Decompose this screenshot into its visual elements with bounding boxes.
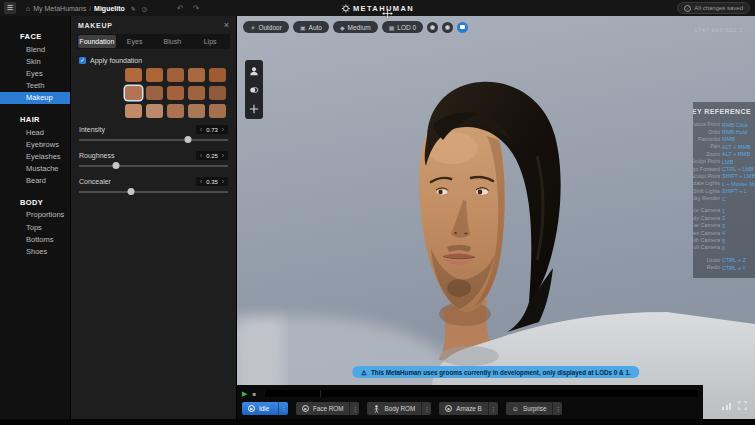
kebab-menu-icon[interactable]: ⋮ — [422, 402, 431, 415]
environment-button[interactable]: ☀ Outdoor — [243, 21, 289, 33]
kebab-menu-icon[interactable]: ⋮ — [489, 402, 498, 415]
warning-icon: ⚠ — [361, 369, 367, 376]
quality-button[interactable]: ◆ Medium — [333, 21, 378, 33]
sidebar-item-eyes[interactable]: Eyes — [0, 67, 70, 79]
save-status-text: All changes saved — [694, 5, 743, 11]
kebab-menu-icon[interactable]: ⋮ — [553, 402, 562, 415]
animation-button-surprise[interactable]: ☺Surprise ⋮ — [506, 402, 563, 415]
animation-button-amaze-b[interactable]: ▶Amaze B ⋮ — [439, 402, 498, 415]
redo-button[interactable]: ↷ — [193, 4, 200, 13]
shortcut-row: Rotate LightsL + Mouse Move — [693, 180, 753, 187]
step-up-button[interactable]: › — [222, 178, 224, 185]
concealer-stepper: ‹ 0.35 › — [196, 177, 228, 186]
capture-button[interactable] — [457, 22, 468, 33]
close-icon[interactable]: × — [224, 21, 229, 29]
sidebar-item-makeup[interactable]: Makeup — [0, 92, 70, 104]
sidebar-item-eyelashes[interactable]: Eyelashes — [0, 150, 70, 162]
foundation-swatch[interactable] — [167, 68, 184, 82]
foundation-swatch[interactable] — [209, 86, 226, 100]
sidebar-item-shoes[interactable]: Shoes — [0, 245, 70, 257]
foundation-swatch[interactable] — [167, 104, 184, 118]
foundation-swatch[interactable] — [125, 68, 142, 82]
sidebar-item-head[interactable]: Head — [0, 126, 70, 138]
stop-button[interactable]: ■ — [252, 391, 256, 397]
foundation-swatch[interactable] — [188, 68, 205, 82]
kebab-menu-icon[interactable]: ⋮ — [350, 402, 359, 415]
viewport-option-button-1[interactable] — [427, 22, 438, 33]
tab-foundation[interactable]: Foundation — [78, 35, 116, 48]
home-icon[interactable]: ⌂ — [26, 5, 30, 12]
camera-mode-button[interactable]: ▣ Auto — [293, 21, 329, 33]
shortcut-row: Sculpt PointSHIFT + LMB — [693, 173, 753, 180]
sidebar-item-bottoms[interactable]: Bottoms — [0, 233, 70, 245]
play-circle-icon: ▶ — [302, 405, 309, 412]
sidebar-item-tops[interactable]: Tops — [0, 221, 70, 233]
sidebar-item-teeth[interactable]: Teeth — [0, 80, 70, 92]
tab-lips[interactable]: Lips — [191, 35, 229, 48]
foundation-swatch-selected[interactable] — [125, 86, 142, 100]
breadcrumb: ⌂ My MetaHumans / Miguelito ✎ ◷ — [26, 5, 147, 12]
roughness-value[interactable]: 0.25 — [206, 153, 218, 159]
foundation-swatch[interactable] — [188, 86, 205, 100]
sidebar-item-blend[interactable]: Blend — [0, 43, 70, 55]
viewport-option-button-2[interactable] — [442, 22, 453, 33]
step-down-button[interactable]: ‹ — [200, 126, 202, 133]
animation-button-face-rom[interactable]: ▶Face ROM ⋮ — [296, 402, 359, 415]
foundation-swatch[interactable] — [146, 86, 163, 100]
step-up-button[interactable]: › — [222, 126, 224, 133]
tab-eyes[interactable]: Eyes — [116, 35, 154, 48]
foundation-swatch[interactable] — [146, 104, 163, 118]
intensity-value[interactable]: 0.73 — [206, 127, 218, 133]
logo-text: METAHUMAN — [353, 4, 414, 13]
intensity-thumb[interactable] — [184, 136, 191, 143]
connection-quality-icon — [722, 403, 731, 410]
foundation-swatch[interactable] — [209, 104, 226, 118]
sidebar-item-beard[interactable]: Beard — [0, 175, 70, 187]
animation-button-body-rom[interactable]: Body ROM ⋮ — [367, 402, 431, 415]
fullscreen-button[interactable] — [738, 401, 747, 410]
breadcrumb-current: Miguelito — [94, 5, 125, 12]
concealer-thumb[interactable] — [128, 188, 135, 195]
intensity-stepper: ‹ 0.73 › — [196, 125, 228, 134]
undo-button[interactable]: ↶ — [177, 4, 184, 13]
roughness-thumb[interactable] — [113, 162, 120, 169]
tab-blush[interactable]: Blush — [154, 35, 192, 48]
foundation-swatch[interactable] — [167, 86, 184, 100]
step-down-button[interactable]: ‹ — [200, 152, 202, 159]
concealer-value[interactable]: 0.35 — [206, 179, 218, 185]
apply-foundation-checkbox[interactable]: ✓ — [79, 57, 86, 64]
shortcut-row: Sculpt ForwardCTRL + LMB — [693, 165, 753, 172]
timeline-scrubber[interactable] — [265, 390, 698, 397]
step-up-button[interactable]: › — [222, 152, 224, 159]
play-button[interactable]: ▶ — [242, 390, 247, 398]
lod-button[interactable]: ▦ LOD 0 — [382, 21, 423, 33]
intensity-track[interactable] — [79, 136, 228, 144]
foundation-swatch-grid — [125, 68, 224, 118]
version-history-icon[interactable]: ◷ — [142, 5, 147, 12]
animation-button-idle[interactable]: ▶Idle ⋮ — [242, 402, 288, 415]
shortcut-row: Eyes Camera4 — [693, 229, 753, 236]
sidebar-item-proportions[interactable]: Proportions — [0, 209, 70, 221]
move-tool-button[interactable] — [248, 103, 260, 114]
key-reference-title: KEY REFERENCE — [693, 108, 753, 118]
foundation-swatch[interactable] — [209, 68, 226, 82]
rename-icon[interactable]: ✎ — [131, 5, 136, 12]
foundation-swatch[interactable] — [188, 104, 205, 118]
sidebar-item-skin[interactable]: Skin — [0, 55, 70, 67]
concealer-track[interactable] — [79, 188, 228, 196]
hamburger-menu-button[interactable]: ☰ — [4, 2, 16, 14]
breadcrumb-root[interactable]: My MetaHumans — [33, 5, 86, 12]
blend-tool-button[interactable] — [248, 84, 260, 95]
foundation-swatch[interactable] — [125, 104, 142, 118]
shortcut-row: Body Camera2 — [693, 215, 753, 222]
roughness-track[interactable] — [79, 162, 228, 170]
foundation-swatch[interactable] — [146, 68, 163, 82]
viewport-3d[interactable]: ☀ Outdoor ▣ Auto ◆ Medium ▦ LOD 0 — [237, 16, 755, 419]
smiley-icon: ☺ — [512, 405, 519, 412]
kebab-menu-icon[interactable]: ⋮ — [279, 402, 288, 415]
sidebar-item-mustache[interactable]: Mustache — [0, 163, 70, 175]
shortcut-row: Full Camera6 — [693, 244, 753, 251]
sidebar-item-eyebrows[interactable]: Eyebrows — [0, 138, 70, 150]
sculpt-tool-button[interactable] — [248, 65, 260, 76]
step-down-button[interactable]: ‹ — [200, 178, 202, 185]
